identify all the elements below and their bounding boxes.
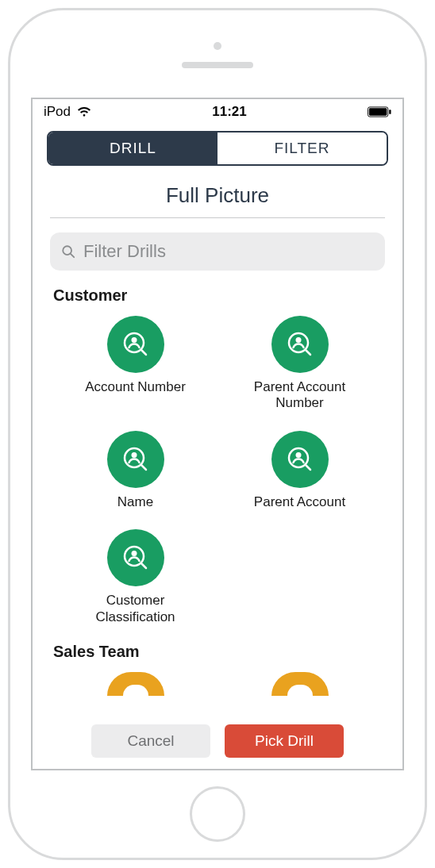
svg-point-12	[131, 452, 137, 458]
svg-rect-2	[389, 109, 391, 114]
section-header-sales-team: Sales Team	[53, 643, 382, 661]
section-header-customer: Customer	[53, 286, 382, 305]
svg-point-18	[131, 551, 137, 556]
svg-line-10	[306, 350, 310, 355]
status-time: 11:21	[212, 104, 246, 120]
drill-sales-team-item[interactable]	[217, 672, 382, 696]
segmented-control: DRILL FILTER	[47, 131, 388, 166]
battery-icon	[368, 106, 391, 117]
search-icon	[61, 244, 75, 259]
svg-line-19	[141, 563, 146, 568]
status-left: iPod	[44, 104, 91, 120]
wifi-icon	[77, 106, 91, 117]
drill-label: Parent Account	[254, 494, 345, 510]
tab-filter[interactable]: FILTER	[217, 133, 387, 164]
title-divider	[50, 217, 385, 218]
pick-drill-button[interactable]: Pick Drill	[225, 724, 344, 758]
svg-point-9	[295, 337, 301, 343]
person-search-icon	[271, 672, 329, 696]
tab-drill[interactable]: DRILL	[48, 133, 217, 164]
speaker-slit	[182, 62, 253, 68]
person-search-icon	[107, 672, 164, 696]
search-input[interactable]	[83, 241, 374, 262]
svg-line-16	[306, 465, 310, 470]
person-search-icon	[107, 529, 164, 586]
search-box[interactable]	[50, 232, 385, 271]
person-search-icon	[271, 431, 329, 488]
drill-label: Name	[117, 494, 153, 510]
person-search-icon	[271, 316, 329, 373]
svg-line-7	[141, 350, 146, 355]
svg-point-6	[131, 337, 137, 343]
content: iPod 11:21 DRILL FILTER Full Pictu	[33, 99, 402, 769]
cancel-button[interactable]: Cancel	[91, 724, 210, 758]
pick-drill-button-label: Pick Drill	[255, 732, 314, 750]
footer-bar: Cancel Pick Drill	[33, 716, 402, 769]
sales-team-peek	[53, 672, 382, 696]
page-title: Full Picture	[33, 177, 402, 217]
person-search-icon	[107, 431, 164, 488]
phone-frame: iPod 11:21 DRILL FILTER Full Pictu	[8, 8, 427, 860]
drill-parent-account-number[interactable]: Parent Account Number	[217, 316, 382, 412]
camera-dot	[214, 42, 221, 50]
tab-drill-label: DRILL	[110, 140, 156, 157]
drill-sales-team-item[interactable]	[53, 672, 217, 696]
drill-label: Customer Classification	[76, 593, 195, 625]
screen: iPod 11:21 DRILL FILTER Full Pictu	[31, 98, 404, 770]
home-button[interactable]	[190, 786, 245, 842]
svg-rect-1	[369, 108, 387, 115]
device-label: iPod	[44, 104, 71, 120]
tab-filter-label: FILTER	[274, 140, 329, 157]
drill-account-number[interactable]: Account Number	[53, 316, 217, 412]
drill-label: Parent Account Number	[241, 379, 360, 412]
cancel-button-label: Cancel	[127, 732, 174, 750]
svg-line-13	[141, 465, 146, 470]
drill-parent-account[interactable]: Parent Account	[217, 431, 382, 510]
svg-line-4	[71, 254, 74, 257]
drill-label: Account Number	[85, 379, 186, 395]
drill-name[interactable]: Name	[53, 431, 217, 510]
svg-point-15	[295, 452, 301, 458]
person-search-icon	[107, 316, 164, 373]
status-bar: iPod 11:21	[33, 99, 402, 123]
customer-grid: Account Number Parent Account Number Nam…	[53, 316, 382, 625]
drill-customer-classification[interactable]: Customer Classification	[53, 529, 217, 625]
